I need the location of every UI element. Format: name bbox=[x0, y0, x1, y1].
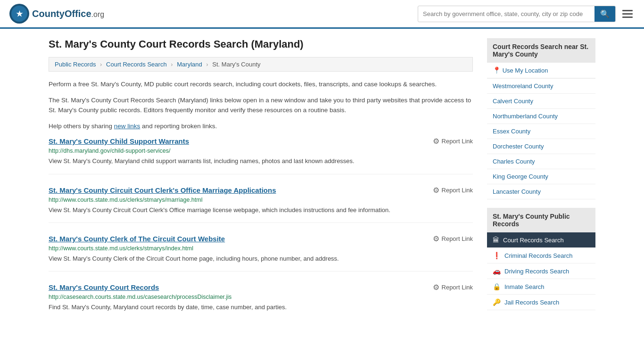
breadcrumb-public-records[interactable]: Public Records bbox=[55, 61, 96, 68]
sidebar-item-charles[interactable]: Charles County bbox=[487, 154, 595, 169]
svg-text:★: ★ bbox=[16, 10, 23, 18]
inmate-search-icon: 🔒 bbox=[493, 283, 501, 290]
description-1: Perform a free St. Mary's County, MD pub… bbox=[49, 79, 473, 90]
driving-records-label: Driving Records Search bbox=[504, 268, 569, 275]
results-list: St. Mary's County Child Support Warrants… bbox=[49, 137, 473, 320]
result-description: View St. Mary's County, Maryland child s… bbox=[49, 156, 473, 166]
northumberland-county-link[interactable]: Northumberland County bbox=[487, 109, 595, 123]
sidebar-item-dorchester[interactable]: Dorchester County bbox=[487, 139, 595, 154]
inmate-search-label: Inmate Search bbox=[504, 283, 545, 290]
result-description: View St. Mary's County Circuit Court Cle… bbox=[49, 206, 473, 215]
sidebar-item-jail-records[interactable]: 🔑 Jail Records Search bbox=[487, 295, 595, 310]
criminal-records-icon: ❗ bbox=[493, 252, 501, 259]
breadcrumb: Public Records › Court Records Search › … bbox=[49, 57, 473, 72]
result-header: St. Mary's County Clerk of The Circuit C… bbox=[49, 234, 473, 243]
result-title[interactable]: St. Mary's County Child Support Warrants bbox=[49, 137, 189, 145]
use-location-label: Use My Location bbox=[503, 67, 548, 74]
result-url: http://www.courts.state.md.us/clerks/stm… bbox=[49, 245, 473, 252]
result-title[interactable]: St. Mary's County Court Records bbox=[49, 283, 159, 291]
report-link-button[interactable]: ⚙ Report Link bbox=[433, 234, 473, 243]
result-item: St. Mary's County Clerk of The Circuit C… bbox=[49, 234, 473, 272]
sidebar-nearby-list: 📍 Use My Location Westmoreland County Ca… bbox=[487, 63, 595, 199]
criminal-records-label: Criminal Records Search bbox=[504, 252, 573, 259]
jail-records-icon: 🔑 bbox=[493, 298, 501, 306]
logo-area: ★ CountyOffice.org bbox=[9, 4, 104, 24]
lancaster-county-link[interactable]: Lancaster County bbox=[487, 184, 595, 199]
report-link-button[interactable]: ⚙ Report Link bbox=[433, 186, 473, 195]
breadcrumb-sep2: › bbox=[171, 61, 173, 68]
menu-line3 bbox=[622, 16, 633, 18]
search-bar: 🔍 bbox=[418, 6, 616, 22]
report-icon: ⚙ bbox=[433, 186, 439, 195]
new-links-link[interactable]: new links bbox=[114, 123, 140, 130]
report-link-label: Report Link bbox=[442, 235, 473, 242]
sidebar-public-records-title: St. Mary's County Public Records bbox=[487, 208, 595, 232]
description-3: Help others by sharing new links and rep… bbox=[49, 121, 473, 132]
header-right: 🔍 bbox=[418, 6, 635, 22]
sidebar-item-lancaster[interactable]: Lancaster County bbox=[487, 184, 595, 199]
hamburger-menu-button[interactable] bbox=[620, 8, 635, 20]
king-george-county-link[interactable]: King George County bbox=[487, 169, 595, 184]
search-input[interactable] bbox=[418, 7, 594, 21]
report-link-label: Report Link bbox=[442, 138, 473, 145]
sidebar-item-king-george[interactable]: King George County bbox=[487, 169, 595, 184]
breadcrumb-sep3: › bbox=[206, 61, 208, 68]
search-button[interactable]: 🔍 bbox=[594, 6, 615, 22]
report-link-button[interactable]: ⚙ Report Link bbox=[433, 137, 473, 146]
dorchester-county-link[interactable]: Dorchester County bbox=[487, 139, 595, 154]
westmoreland-county-link[interactable]: Westmoreland County bbox=[487, 79, 595, 93]
criminal-records-search-link[interactable]: ❗ Criminal Records Search bbox=[487, 248, 595, 263]
description-2: The St. Mary's County Court Records Sear… bbox=[49, 95, 473, 115]
result-title[interactable]: St. Mary's County Circuit Court Clerk's … bbox=[49, 186, 276, 194]
menu-line1 bbox=[622, 10, 633, 11]
main-layout: St. Mary's County Court Records Search (… bbox=[39, 29, 605, 340]
breadcrumb-sep1: › bbox=[100, 61, 102, 68]
inmate-search-link[interactable]: 🔒 Inmate Search bbox=[487, 279, 595, 294]
sidebar-item-westmoreland[interactable]: Westmoreland County bbox=[487, 79, 595, 94]
result-header: St. Mary's County Child Support Warrants… bbox=[49, 137, 473, 146]
site-header: ★ CountyOffice.org 🔍 bbox=[0, 0, 644, 29]
report-icon: ⚙ bbox=[433, 283, 439, 292]
sidebar-public-records-list: 🏛 Court Records Search ❗ Criminal Record… bbox=[487, 232, 595, 310]
sidebar-item-calvert[interactable]: Calvert County bbox=[487, 94, 595, 109]
court-records-search-link[interactable]: 🏛 Court Records Search bbox=[487, 232, 595, 247]
jail-records-label: Jail Records Search bbox=[504, 299, 559, 306]
logo-icon: ★ bbox=[9, 4, 29, 24]
sidebar-item-northumberland[interactable]: Northumberland County bbox=[487, 109, 595, 124]
court-records-label: Court Records Search bbox=[503, 237, 564, 244]
driving-records-search-link[interactable]: 🚗 Driving Records Search bbox=[487, 263, 595, 279]
charles-county-link[interactable]: Charles County bbox=[487, 154, 595, 169]
report-link-label: Report Link bbox=[442, 187, 473, 194]
sidebar-item-driving-records[interactable]: 🚗 Driving Records Search bbox=[487, 263, 595, 279]
sidebar-item-inmate-search[interactable]: 🔒 Inmate Search bbox=[487, 279, 595, 295]
report-link-label: Report Link bbox=[442, 284, 473, 291]
jail-records-search-link[interactable]: 🔑 Jail Records Search bbox=[487, 295, 595, 310]
desc3-suffix: and reporting broken links. bbox=[140, 123, 217, 130]
sidebar-item-court-records[interactable]: 🏛 Court Records Search bbox=[487, 232, 595, 248]
court-records-icon: 🏛 bbox=[493, 236, 499, 244]
result-url: http://casesearch.courts.state.md.us/cas… bbox=[49, 294, 473, 300]
calvert-county-link[interactable]: Calvert County bbox=[487, 94, 595, 108]
sidebar-item-criminal-records[interactable]: ❗ Criminal Records Search bbox=[487, 248, 595, 263]
driving-records-icon: 🚗 bbox=[493, 267, 501, 275]
use-my-location-link[interactable]: 📍 Use My Location bbox=[487, 63, 595, 78]
sidebar-nearby-title: Court Records Search near St. Mary's Cou… bbox=[487, 38, 595, 63]
result-item: St. Mary's County Circuit Court Clerk's … bbox=[49, 186, 473, 223]
sidebar-item-essex[interactable]: Essex County bbox=[487, 124, 595, 139]
result-item: St. Mary's County Child Support Warrants… bbox=[49, 137, 473, 174]
essex-county-link[interactable]: Essex County bbox=[487, 124, 595, 139]
breadcrumb-court-records-search[interactable]: Court Records Search bbox=[106, 61, 167, 68]
result-header: St. Mary's County Circuit Court Clerk's … bbox=[49, 186, 473, 195]
sidebar-item-use-location[interactable]: 📍 Use My Location bbox=[487, 63, 595, 79]
result-item: St. Mary's County Court Records ⚙ Report… bbox=[49, 283, 473, 320]
desc3-prefix: Help others by sharing bbox=[49, 123, 114, 130]
result-header: St. Mary's County Court Records ⚙ Report… bbox=[49, 283, 473, 292]
result-title[interactable]: St. Mary's County Clerk of The Circuit C… bbox=[49, 235, 225, 243]
page-title: St. Mary's County Court Records Search (… bbox=[49, 38, 473, 50]
menu-line2 bbox=[622, 13, 633, 15]
main-content: St. Mary's County Court Records Search (… bbox=[49, 38, 473, 331]
result-description: View St. Mary's County Clerk of the Circ… bbox=[49, 254, 473, 263]
report-link-button[interactable]: ⚙ Report Link bbox=[433, 283, 473, 292]
breadcrumb-maryland[interactable]: Maryland bbox=[177, 61, 202, 68]
result-url: http://dhs.maryland.gov/child-support-se… bbox=[49, 148, 473, 154]
